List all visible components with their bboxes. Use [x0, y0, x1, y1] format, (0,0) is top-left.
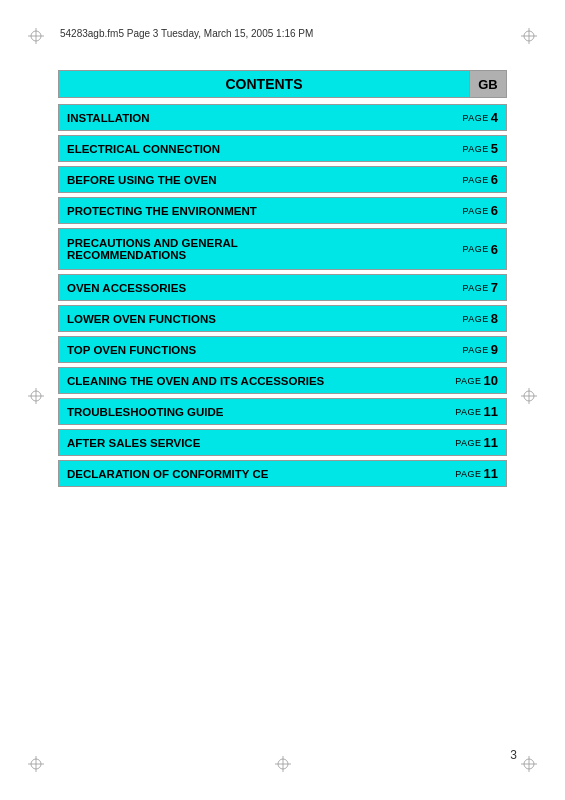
toc-page-lower-functions: PAGE8 — [446, 306, 506, 331]
toc-label-text-accessories: OVEN ACCESSORIES — [67, 282, 186, 294]
corner-mark-mr — [521, 388, 537, 404]
toc-page-protecting: PAGE6 — [446, 198, 506, 223]
toc-label-installation: INSTALLATION — [59, 105, 446, 130]
contents-title: CONTENTS — [58, 70, 469, 98]
toc-label-electrical: ELECTRICAL CONNECTION — [59, 136, 446, 161]
corner-mark-ml — [28, 388, 44, 404]
toc-label-text-cleaning: CLEANING THE OVEN AND ITS ACCESSORIES — [67, 375, 324, 387]
corner-mark-tr — [521, 28, 537, 44]
toc-label-text-protecting: PROTECTING THE ENVIRONMENT — [67, 205, 257, 217]
toc-page-electrical: PAGE5 — [446, 136, 506, 161]
toc-list: INSTALLATIONPAGE4ELECTRICAL CONNECTIONPA… — [58, 104, 507, 487]
corner-mark-bc — [275, 756, 291, 772]
contents-badge: GB — [469, 70, 507, 98]
toc-page-declaration: PAGE11 — [446, 461, 506, 486]
toc-label-before-oven: BEFORE USING THE OVEN — [59, 167, 446, 192]
toc-page-precautions: PAGE6 — [446, 229, 506, 269]
toc-label-text-precautions: PRECAUTIONS AND GENERALRECOMMENDATIONS — [67, 237, 238, 261]
toc-page-accessories: PAGE7 — [446, 275, 506, 300]
toc-page-cleaning: PAGE10 — [446, 368, 506, 393]
toc-label-text-installation: INSTALLATION — [67, 112, 150, 124]
corner-mark-tl — [28, 28, 44, 44]
toc-row-cleaning: CLEANING THE OVEN AND ITS ACCESSORIESPAG… — [58, 367, 507, 394]
toc-label-text-electrical: ELECTRICAL CONNECTION — [67, 143, 220, 155]
toc-label-text-troubleshooting: TROUBLESHOOTING GUIDE — [67, 406, 224, 418]
toc-page-installation: PAGE4 — [446, 105, 506, 130]
corner-mark-br — [521, 756, 537, 772]
print-info: 54283agb.fm5 Page 3 Tuesday, March 15, 2… — [60, 28, 313, 39]
toc-label-text-before-oven: BEFORE USING THE OVEN — [67, 174, 217, 186]
toc-row-accessories: OVEN ACCESSORIESPAGE7 — [58, 274, 507, 301]
toc-label-after-sales: AFTER SALES SERVICE — [59, 430, 446, 455]
toc-page-before-oven: PAGE6 — [446, 167, 506, 192]
toc-label-text-top-functions: TOP OVEN FUNCTIONS — [67, 344, 196, 356]
toc-row-protecting: PROTECTING THE ENVIRONMENTPAGE6 — [58, 197, 507, 224]
toc-row-declaration: DECLARATION OF CONFORMITY CEPAGE11 — [58, 460, 507, 487]
toc-row-top-functions: TOP OVEN FUNCTIONSPAGE9 — [58, 336, 507, 363]
toc-label-text-declaration: DECLARATION OF CONFORMITY CE — [67, 468, 268, 480]
toc-row-after-sales: AFTER SALES SERVICEPAGE11 — [58, 429, 507, 456]
toc-row-precautions: PRECAUTIONS AND GENERALRECOMMENDATIONSPA… — [58, 228, 507, 270]
toc-label-text-after-sales: AFTER SALES SERVICE — [67, 437, 200, 449]
toc-label-cleaning: CLEANING THE OVEN AND ITS ACCESSORIES — [59, 368, 446, 393]
toc-row-before-oven: BEFORE USING THE OVENPAGE6 — [58, 166, 507, 193]
toc-page-troubleshooting: PAGE11 — [446, 399, 506, 424]
page-number: 3 — [510, 748, 517, 762]
toc-label-declaration: DECLARATION OF CONFORMITY CE — [59, 461, 446, 486]
contents-header: CONTENTS GB — [58, 70, 507, 98]
toc-page-top-functions: PAGE9 — [446, 337, 506, 362]
page: 54283agb.fm5 Page 3 Tuesday, March 15, 2… — [0, 0, 565, 800]
toc-label-lower-functions: LOWER OVEN FUNCTIONS — [59, 306, 446, 331]
toc-label-troubleshooting: TROUBLESHOOTING GUIDE — [59, 399, 446, 424]
toc-row-electrical: ELECTRICAL CONNECTIONPAGE5 — [58, 135, 507, 162]
toc-row-lower-functions: LOWER OVEN FUNCTIONSPAGE8 — [58, 305, 507, 332]
toc-row-troubleshooting: TROUBLESHOOTING GUIDEPAGE11 — [58, 398, 507, 425]
toc-row-installation: INSTALLATIONPAGE4 — [58, 104, 507, 131]
toc-label-precautions: PRECAUTIONS AND GENERALRECOMMENDATIONS — [59, 229, 446, 269]
content-area: CONTENTS GB INSTALLATIONPAGE4ELECTRICAL … — [58, 70, 507, 491]
toc-label-text-lower-functions: LOWER OVEN FUNCTIONS — [67, 313, 216, 325]
toc-page-after-sales: PAGE11 — [446, 430, 506, 455]
toc-label-accessories: OVEN ACCESSORIES — [59, 275, 446, 300]
toc-label-top-functions: TOP OVEN FUNCTIONS — [59, 337, 446, 362]
corner-mark-bl — [28, 756, 44, 772]
toc-label-protecting: PROTECTING THE ENVIRONMENT — [59, 198, 446, 223]
